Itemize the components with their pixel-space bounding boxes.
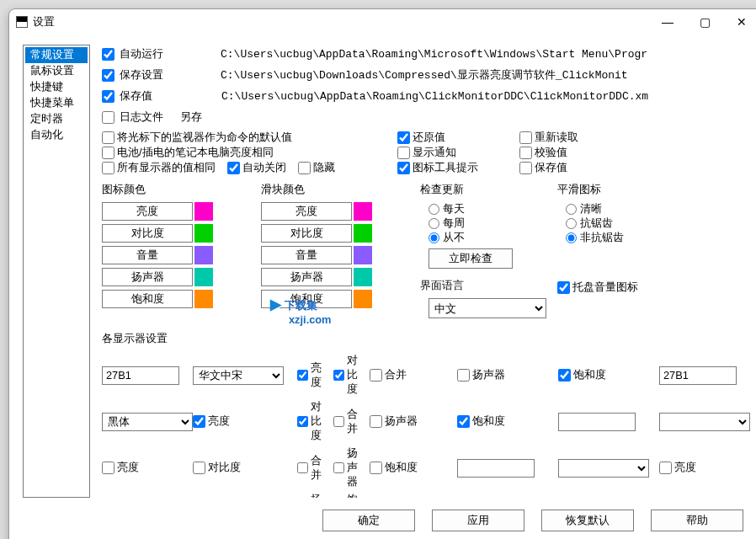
icon-color-swatch-2[interactable] — [194, 246, 213, 264]
savevalue-checkbox[interactable] — [519, 162, 532, 174]
monitor-3-check-0[interactable] — [659, 462, 672, 474]
reread-checkbox[interactable] — [519, 131, 532, 144]
restore-checkbox[interactable] — [397, 131, 410, 144]
help-button[interactable]: 帮助 — [651, 510, 743, 531]
slider-color-row-2 — [261, 246, 396, 264]
autorun-checkbox[interactable] — [102, 48, 114, 61]
monitor-1-check-3[interactable] — [370, 415, 382, 428]
monitor-0-check-4[interactable] — [558, 369, 571, 382]
sidebar-item-1[interactable]: 鼠标设置 — [25, 63, 88, 79]
monitor-1-check-4[interactable] — [457, 415, 470, 428]
slider-color-swatch-0[interactable] — [354, 202, 372, 221]
monitor-0-col-2: 合并 — [370, 368, 447, 382]
slider-color-input-3[interactable] — [261, 268, 352, 286]
monitor-2-check-3[interactable] — [333, 462, 344, 474]
icon-color-input-2[interactable] — [102, 246, 193, 264]
autorun-label: 自动运行 — [120, 47, 163, 61]
cursor-default-checkbox[interactable] — [102, 131, 114, 144]
sidebar-item-4[interactable]: 定时器 — [25, 111, 88, 127]
content-area: 常规设置鼠标设置快捷键快捷菜单定时器自动化 自动运行 C:\Users\ucbu… — [9, 35, 756, 498]
language-select[interactable]: 中文 — [429, 298, 546, 318]
logfile-checkbox[interactable] — [102, 111, 114, 124]
slider-color-input-1[interactable] — [261, 224, 352, 243]
monitor-1-check-2[interactable] — [333, 415, 344, 428]
slider-color-swatch-2[interactable] — [354, 246, 372, 264]
monitor-1-col-3: 扬声器 — [370, 414, 447, 429]
sidebar-item-5[interactable]: 自动化 — [25, 127, 88, 143]
apply-button[interactable]: 应用 — [432, 510, 524, 531]
trayvolume-checkbox[interactable] — [557, 281, 570, 294]
hide-checkbox[interactable] — [298, 162, 311, 174]
savevalues-checkbox[interactable] — [102, 90, 114, 103]
monitor-2-col-3: 扬声器 — [333, 446, 359, 489]
monitor-name-3[interactable] — [457, 459, 535, 478]
monitor-2-check-1[interactable] — [193, 462, 205, 474]
monitor-0-check-3[interactable] — [457, 369, 470, 382]
icon-color-col: 图标颜色 — [102, 183, 237, 318]
monitor-0-col-0: 亮度 — [297, 361, 323, 390]
monitor-name-2[interactable] — [558, 413, 636, 431]
slider-color-swatch-4[interactable] — [354, 290, 372, 308]
monitor-name-1[interactable] — [659, 366, 737, 385]
icon-color-row-1 — [102, 224, 237, 243]
update-radio-2[interactable]: 从不 — [429, 231, 546, 245]
savesettings-label: 保存设置 — [120, 68, 163, 83]
monitor-2-check-2[interactable] — [297, 462, 308, 474]
defaults-button[interactable]: 恢复默认 — [541, 510, 634, 531]
monitor-0-check-0[interactable] — [297, 369, 308, 382]
icon-color-input-3[interactable] — [102, 268, 193, 286]
slider-color-input-0[interactable] — [261, 202, 352, 221]
monitor-1-col-2: 合并 — [333, 408, 359, 436]
icon-color-swatch-1[interactable] — [194, 224, 213, 243]
savesettings-checkbox[interactable] — [102, 69, 114, 82]
slider-color-swatch-3[interactable] — [354, 268, 372, 286]
slider-color-input-4[interactable] — [261, 290, 352, 308]
saveas-link[interactable]: 另存 — [180, 110, 202, 125]
notify-checkbox[interactable] — [397, 147, 410, 159]
monitor-font-1[interactable]: 黑体 — [102, 413, 193, 431]
monitor-font-0[interactable]: 华文中宋 — [193, 366, 284, 385]
icon-color-swatch-3[interactable] — [194, 268, 213, 286]
smooth-radio-0[interactable]: 清晰 — [566, 202, 675, 216]
slider-color-row-4 — [261, 290, 396, 308]
ok-button[interactable]: 确定 — [322, 510, 415, 531]
calibrate-checkbox[interactable] — [519, 147, 532, 159]
maximize-button[interactable]: ▢ — [686, 10, 723, 34]
monitor-2-check-4[interactable] — [370, 462, 382, 474]
icon-color-swatch-4[interactable] — [194, 290, 213, 308]
update-header: 检查更新 — [420, 183, 546, 197]
monitor-1-check-0[interactable] — [193, 415, 205, 428]
all-same-checkbox[interactable] — [102, 162, 114, 174]
icon-color-input-0[interactable] — [102, 202, 193, 221]
check-now-button[interactable]: 立即检查 — [429, 248, 513, 269]
monitor-1-check-1[interactable] — [297, 415, 308, 428]
savevalues-row: 保存值 C:\Users\ucbug\AppData\Roaming\Click… — [102, 87, 750, 105]
monitor-2-col-0: 亮度 — [102, 461, 183, 475]
monitor-0-check-1[interactable] — [333, 369, 344, 382]
sidebar-item-0[interactable]: 常规设置 — [25, 47, 88, 63]
update-radios: 每天每周从不 — [420, 202, 546, 245]
monitor-name-0[interactable] — [102, 366, 179, 385]
slider-color-row-0 — [261, 202, 396, 221]
monitor-font-2[interactable] — [659, 413, 750, 431]
slider-color-swatch-1[interactable] — [354, 224, 372, 243]
monitor-0-check-2[interactable] — [370, 369, 382, 382]
autoclose-checkbox[interactable] — [227, 162, 240, 174]
minimize-button[interactable]: — — [649, 10, 686, 34]
icon-color-swatch-0[interactable] — [194, 202, 213, 221]
tooltip-checkbox[interactable] — [397, 162, 410, 174]
monitor-font-3[interactable] — [558, 459, 649, 478]
update-radio-0[interactable]: 每天 — [429, 202, 546, 216]
close-button[interactable]: ✕ — [723, 10, 756, 34]
icon-color-input-4[interactable] — [102, 290, 193, 308]
slider-color-input-2[interactable] — [261, 246, 352, 264]
smooth-col: 平滑图标 清晰抗锯齿非抗锯齿 托盘音量图标 — [557, 183, 675, 318]
icon-color-input-1[interactable] — [102, 224, 193, 243]
sidebar-item-3[interactable]: 快捷菜单 — [25, 95, 88, 111]
update-radio-1[interactable]: 每周 — [429, 216, 546, 231]
laptop-same-checkbox[interactable] — [102, 147, 114, 159]
smooth-radio-1[interactable]: 抗锯齿 — [566, 216, 675, 231]
sidebar-item-2[interactable]: 快捷键 — [25, 79, 88, 95]
monitor-2-check-0[interactable] — [102, 462, 114, 474]
smooth-radio-2[interactable]: 非抗锯齿 — [566, 231, 675, 245]
